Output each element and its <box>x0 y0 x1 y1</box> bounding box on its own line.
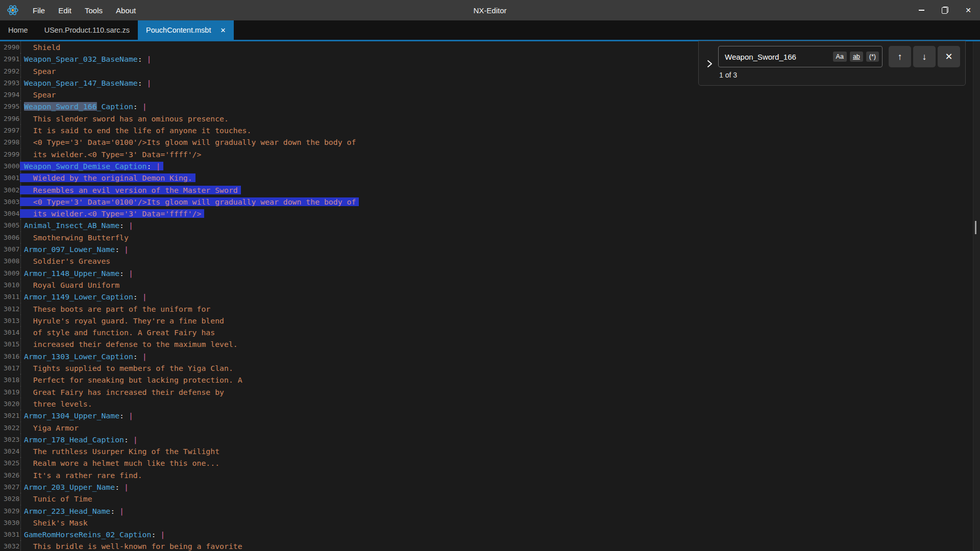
line-content: This bridle is well-known for being a fa… <box>21 540 242 551</box>
menu-bar: File Edit Tools About <box>26 6 142 15</box>
code-line[interactable]: 3030 Sheik's Mask <box>0 517 972 529</box>
line-content: Royal Guard Uniform <box>21 279 119 291</box>
code-line[interactable]: 3006 Smotherwing Butterfly <box>0 232 972 243</box>
code-line[interactable]: 3010 Royal Guard Uniform <box>0 279 972 291</box>
tab-home[interactable]: Home <box>0 20 36 40</box>
key-token: Armor_1148_Upper_Name <box>24 269 119 278</box>
line-number: 3028 <box>0 493 21 505</box>
key-token: Armor_097_Lower_Name <box>24 245 115 254</box>
menu-about[interactable]: About <box>109 6 142 15</box>
code-line[interactable]: 3023Armor_178_Head_Caption: | <box>0 434 972 445</box>
line-number: 3022 <box>0 422 21 434</box>
line-content: Armor_178_Head_Caption: | <box>21 434 138 445</box>
code-line[interactable]: 2995Weapon_Sword_166_Caption: | <box>0 101 972 112</box>
code-line[interactable]: 3008 Soldier's Greaves <box>0 255 972 267</box>
code-line[interactable]: 3018 Perfect for sneaking but lacking pr… <box>0 374 972 386</box>
line-number: 3029 <box>0 505 21 517</box>
key-token: Armor_178_Head_Caption <box>24 435 124 444</box>
pipe-token: | <box>124 483 129 491</box>
value-token: Wielded by the original Demon King. <box>24 173 192 182</box>
code-line[interactable]: 3028 Tunic of Time <box>0 493 972 505</box>
code-line[interactable]: 3022 Yiga Armor <box>0 422 972 434</box>
code-line[interactable]: 3026 It's a rather rare find. <box>0 469 972 481</box>
line-number: 3008 <box>0 255 21 267</box>
code-line[interactable]: 3015 increased their defense to the maxi… <box>0 338 972 350</box>
colon-token: : <box>151 530 156 539</box>
line-number: 3030 <box>0 517 21 529</box>
tab-usen-product-sarc[interactable]: USen.Product.110.sarc.zs <box>36 20 138 40</box>
code-line[interactable]: 2994 Spear <box>0 89 972 101</box>
code-line[interactable]: 2996 This slender sword has an ominous p… <box>0 113 972 124</box>
code-line[interactable]: 3009Armor_1148_Upper_Name: | <box>0 267 972 279</box>
line-content: Soldier's Greaves <box>21 255 110 267</box>
code-line[interactable]: 3027Armor_203_Upper_Name: | <box>0 481 972 493</box>
restore-icon <box>942 7 948 14</box>
line-number: 3018 <box>0 374 21 386</box>
code-line[interactable]: 2997 It is said to end the life of anyon… <box>0 124 972 136</box>
close-button[interactable]: ✕ <box>957 0 980 20</box>
code-line[interactable]: 3025 Realm wore a helmet much like this … <box>0 457 972 469</box>
find-previous-button[interactable]: ↑ <box>889 46 911 67</box>
tab-pouchcontent-msbt[interactable]: PouchContent.msbt ✕ <box>138 20 234 40</box>
code-line[interactable]: 3029Armor_223_Head_Name: | <box>0 505 972 517</box>
colon-token: : <box>115 245 119 254</box>
close-search-button[interactable]: ✕ <box>938 46 960 67</box>
code-line[interactable]: 3019 Great Fairy has increased their def… <box>0 386 972 398</box>
line-content: increased their defense to the maximum l… <box>21 338 238 350</box>
match-case-button[interactable]: Aa <box>833 52 847 62</box>
key-token: Weapon_Sword_Demise_Caption <box>24 162 147 170</box>
line-number: 2995 <box>0 101 21 112</box>
scrollbar-thumb[interactable] <box>975 221 976 234</box>
code-line[interactable]: 2999 its wielder.<0 Type='3' Data='ffff'… <box>0 148 972 160</box>
line-content: Weapon_Spear_032_BaseName: | <box>21 53 151 65</box>
colon-token: : <box>119 269 124 278</box>
whole-word-button[interactable]: ab <box>850 52 863 62</box>
code-line[interactable]: 3004 its wielder.<0 Type='3' Data='ffff'… <box>0 208 972 219</box>
line-number: 3006 <box>0 232 21 243</box>
line-content: Smotherwing Butterfly <box>21 232 129 243</box>
find-next-button[interactable]: ↓ <box>913 46 936 67</box>
line-content: Animal_Insect_AB_Name: | <box>21 219 133 231</box>
tab-close-icon[interactable]: ✕ <box>220 27 226 34</box>
code-editor[interactable]: 2990 Shield2991Weapon_Spear_032_BaseName… <box>0 41 972 551</box>
code-line[interactable]: 3001 Wielded by the original Demon King. <box>0 172 972 184</box>
code-line[interactable]: 3012 These boots are part of the uniform… <box>0 303 972 315</box>
line-number: 3019 <box>0 386 21 398</box>
colon-token: : <box>147 162 152 170</box>
line-number: 3027 <box>0 481 21 493</box>
menu-edit[interactable]: Edit <box>52 6 78 15</box>
code-line[interactable]: 2998 <0 Type='3' Data='0100'/>Its gloom … <box>0 136 972 148</box>
pipe-token: | <box>129 221 133 230</box>
menu-file[interactable]: File <box>26 6 52 15</box>
code-line[interactable]: 3014 of style and function. A Great Fair… <box>0 327 972 338</box>
expand-replace-button[interactable] <box>703 53 716 75</box>
value-token: three levels. <box>24 399 92 408</box>
line-content: Weapon_Spear_147_BaseName: | <box>21 77 151 89</box>
value-token: <0 Type='3' Data='0100'/>Its gloom will … <box>24 197 356 206</box>
code-line[interactable]: 3003 <0 Type='3' Data='0100'/>Its gloom … <box>0 196 972 208</box>
regex-button[interactable]: (*) <box>866 52 879 62</box>
menu-tools[interactable]: Tools <box>78 6 109 15</box>
code-line[interactable]: 3013 Hyrule's royal guard. They're a fin… <box>0 315 972 327</box>
scrollbar[interactable] <box>973 41 980 551</box>
line-content: Realm wore a helmet much like this one..… <box>21 457 219 469</box>
code-line[interactable]: 3024 The ruthless Usurper King of the Tw… <box>0 445 972 457</box>
code-line[interactable]: 3032 This bridle is well-known for being… <box>0 540 972 551</box>
line-content: Armor_223_Head_Name: | <box>21 505 124 517</box>
code-line[interactable]: 3021Armor_1304_Upper_Name: | <box>0 410 972 421</box>
code-line[interactable]: 3005Animal_Insect_AB_Name: | <box>0 219 972 231</box>
restore-button[interactable] <box>933 0 957 20</box>
minimize-button[interactable] <box>910 0 933 20</box>
code-line[interactable]: 3002 Resembles an evil version of the Ma… <box>0 184 972 196</box>
code-line[interactable]: 3007Armor_097_Lower_Name: | <box>0 243 972 255</box>
key-token: Weapon_Spear_032_BaseName <box>24 55 138 63</box>
code-line[interactable]: 3017 Tights supplied to members of the Y… <box>0 362 972 374</box>
key-token: Weapon_Spear_147_BaseName <box>24 79 138 87</box>
code-line[interactable]: 3000Weapon_Sword_Demise_Caption: | <box>0 160 972 172</box>
pipe-token: | <box>119 507 124 515</box>
code-line[interactable]: 3011Armor_1149_Lower_Caption: | <box>0 291 972 303</box>
search-input[interactable] <box>719 53 833 61</box>
code-line[interactable]: 3016Armor_1303_Lower_Caption: | <box>0 350 972 362</box>
code-line[interactable]: 3031GameRomHorseReins_02_Caption: | <box>0 529 972 540</box>
code-line[interactable]: 3020 three levels. <box>0 398 972 410</box>
